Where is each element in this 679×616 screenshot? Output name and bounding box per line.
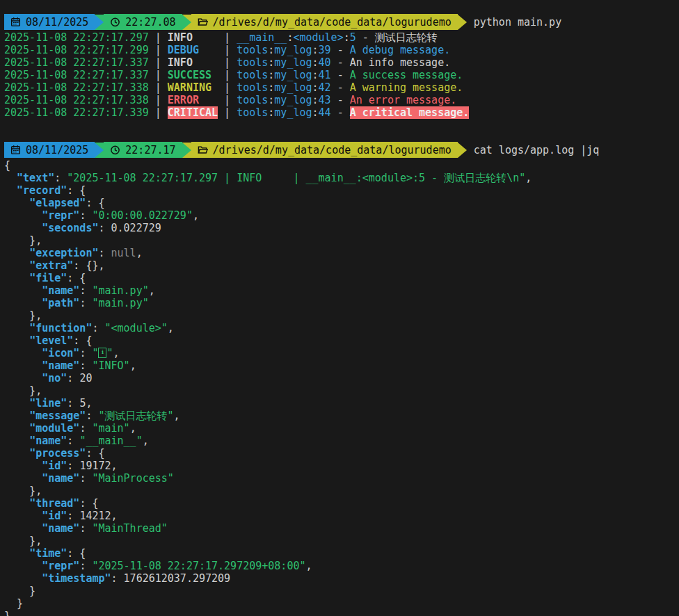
token-white <box>4 247 29 259</box>
token-white <box>4 297 42 309</box>
token-white <box>4 572 42 585</box>
json-line: } <box>4 610 679 616</box>
token-white <box>4 334 29 347</box>
log-line: 2025-11-08 22:27:17.339 | CRITICAL | too… <box>4 106 679 119</box>
token-white: , <box>305 560 312 572</box>
token-white: : <box>92 322 104 334</box>
token-white: }, <box>4 384 42 397</box>
powerline-arrow <box>182 143 191 158</box>
token-white: | <box>149 56 168 69</box>
token-white <box>4 322 29 334</box>
token-green: 2025-11-08 22:27:17.337 <box>4 56 149 69</box>
token-key: "name" <box>42 359 79 372</box>
clock-icon <box>110 17 120 27</box>
token-white: : <box>268 106 274 119</box>
token-white: , <box>174 410 180 422</box>
token-white: : <box>79 359 92 372</box>
prompt-path-badge: /drives/d/my_data/code_data/logurudemo <box>191 142 458 158</box>
log-line: 2025-11-08 22:27:17.299 | DEBUG | tools:… <box>4 44 679 56</box>
calendar-icon <box>10 145 21 155</box>
token-green: 2025-11-08 22:27:17.297 <box>4 31 149 44</box>
json-line: "no": 20 <box>4 372 679 384</box>
token-white <box>4 522 42 535</box>
token-white: | <box>149 44 168 56</box>
json-line: "timestamp": 1762612037.297209 <box>4 572 679 585</box>
token-white: : <box>312 56 319 69</box>
token-key: "name" <box>42 284 79 297</box>
token-key: "id" <box>42 460 67 472</box>
token-white: : <box>67 397 79 410</box>
token-str: "MainThread" <box>92 522 167 535</box>
token-cyan: my_log <box>274 69 312 81</box>
token-cyan: my_log <box>274 44 312 56</box>
token-white <box>4 547 29 560</box>
json-line: "repr": "2025-11-08 22:27:17.297209+08:0… <box>4 560 679 572</box>
token-white: | <box>149 106 168 119</box>
token-str: "2025-11-08 22:27:17.297 | INFO | __main… <box>67 172 525 184</box>
token-white: : { <box>79 497 98 510</box>
powerline-arrow <box>95 143 104 158</box>
json-line: }, <box>4 384 679 397</box>
token-white: , <box>193 209 199 222</box>
token-white <box>4 560 42 572</box>
token-white: : <box>98 247 111 259</box>
token-white: , <box>111 510 118 522</box>
token-cyan: tools <box>237 106 268 119</box>
token-white: : { <box>73 334 92 347</box>
token-white: | <box>149 69 168 81</box>
prompt-time-badge: 22:27.17 <box>104 142 182 158</box>
token-white: : <box>67 435 79 447</box>
powerline-arrow <box>458 143 467 158</box>
token-cyan: __main__ <box>237 31 287 44</box>
token-white <box>4 435 29 447</box>
token-white: , <box>111 460 118 472</box>
token-green: 2025-11-08 22:27:17.338 <box>4 81 149 94</box>
prompt-time: 22:27.17 <box>125 144 175 156</box>
token-green: 2025-11-08 22:27:17.338 <box>4 94 149 106</box>
token-white: : <box>79 560 92 572</box>
terminal-window[interactable]: { "colors": { "terminal_bg": "#191919", … <box>0 0 679 616</box>
token-cyan-bold: DEBUG <box>168 44 199 56</box>
token-white <box>4 272 29 284</box>
token-white: | <box>149 81 168 94</box>
token-white: : <box>312 44 319 56</box>
token-white: | <box>149 94 168 106</box>
token-white <box>4 359 42 372</box>
token-white <box>4 472 42 485</box>
token-str: "main.py" <box>92 284 148 297</box>
token-cyan: 40 <box>319 56 331 69</box>
token-white: , <box>143 435 149 447</box>
token-cyan: tools <box>237 94 268 106</box>
token-key: "level" <box>29 334 73 347</box>
json-line: }, <box>4 234 679 247</box>
token-white <box>4 497 29 510</box>
token-cyan: tools <box>237 69 268 81</box>
folder-icon <box>198 17 208 27</box>
token-white: : <box>98 222 111 234</box>
token-white: , <box>136 247 143 259</box>
terminal-content: 08/11/2025 22:27.08 /drives/d/my_data/co… <box>0 0 679 616</box>
token-white: : <box>79 422 92 435</box>
json-line: "level": { <box>4 334 679 347</box>
json-line: }, <box>4 535 679 547</box>
token-key: "message" <box>29 410 86 422</box>
powerline-arrow <box>182 15 191 30</box>
json-line: "name": "MainThread" <box>4 522 679 535</box>
prompt-path-badge: /drives/d/my_data/code_data/logurudemo <box>191 14 458 30</box>
token-str: "2025-11-08 22:27:17.297209+08:00" <box>92 560 305 572</box>
powerline-arrow <box>458 15 467 30</box>
json-line: "repr": "0:00:00.022729", <box>4 209 679 222</box>
token-key: "thread" <box>29 497 79 510</box>
token-white: : <box>268 44 274 56</box>
json-line: "extra": {}, <box>4 259 679 272</box>
token-num: 0.022729 <box>111 222 161 234</box>
token-key: "line" <box>29 397 67 410</box>
json-line: "name": "MainProcess" <box>4 472 679 485</box>
token-cyan: tools <box>237 44 268 56</box>
token-key: "name" <box>42 522 79 535</box>
token-cyan: 43 <box>319 94 331 106</box>
token-white: , <box>86 397 92 410</box>
token-white: - <box>331 44 350 56</box>
json-line: "icon": "ℹ", <box>4 347 679 359</box>
token-key: "no" <box>42 372 67 384</box>
